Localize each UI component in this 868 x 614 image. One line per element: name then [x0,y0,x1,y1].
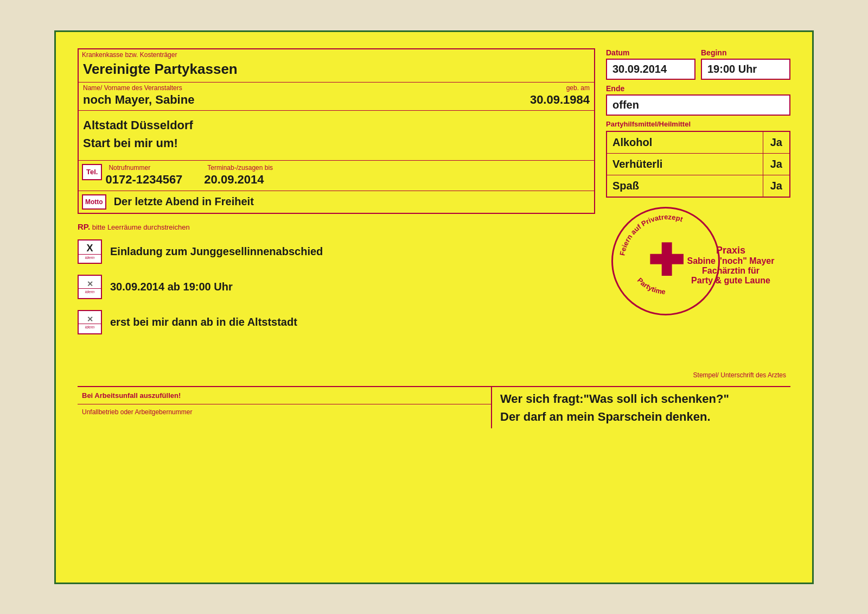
krankenkasse-value: Vereinigte Partykassen [79,59,594,82]
terminab-label: Terminab-/zusagen bis [204,162,276,172]
schenken-line1: Wer sich fragt:"Was soll ich schenken?" [500,390,782,408]
table-row: Verhüterli Ja [607,153,790,175]
checkbox-2: ✕ idem [78,275,102,299]
address-line2: Start bei mir um! [83,134,590,152]
checkbox-idem-2: idem [79,288,101,294]
ende-value: offen [606,94,790,116]
list-item-2: ✕ idem 30.09.2014 ab 19:00 Uhr [78,275,568,299]
lower-left: Bei Arbeitsunfall auszufüllen! Unfallbet… [78,387,492,428]
beginn-label: Beginn [701,48,790,57]
list-text-1: Einladung zum Junggesellinnenabschied [110,245,323,258]
checkbox-1: X idem [78,239,102,264]
ende-block: Ende offen [606,84,790,116]
checkbox-x-3: ✕ [87,315,93,324]
address-line1: Altstadt Düsseldorf [83,116,590,134]
top-section: Krankenkasse bzw. Kostenträger Vereinigt… [78,48,790,214]
praxis-line3: Party & gute Laune [671,276,790,286]
notruf-row: Tel. Notrufnummer 0172-1234567 Terminab-… [79,160,594,191]
lower-flex: Bei Arbeitsunfall auszufüllen! Unfallbet… [78,387,790,428]
partyhilfs-section: Partyhilfsmittel/Heilmittel Alkohol Ja V… [606,120,790,198]
praxis-info: Praxis Sabine "noch" Mayer Fachärztin fü… [671,245,790,286]
checkbox-idem-3: idem [79,324,101,330]
bottom-section: X idem Einladung zum Junggesellinnenabsc… [78,239,790,364]
right-form: Datum 30.09.2014 Beginn 19:00 Uhr Ende o… [606,48,790,214]
geb-label: geb. am [566,84,590,92]
partyhilfs-item-1-name: Alkohol [607,131,763,154]
motto-row: Motto Der letzte Abend in Freiheit [79,191,594,213]
checkbox-x-2: ✕ [87,280,93,288]
partyhilfs-label: Partyhilfsmittel/Heilmittel [606,120,790,128]
beginn-block: Beginn 19:00 Uhr [701,48,790,80]
partyhilfs-item-3-ja: Ja [763,175,790,197]
stamp-cross: ✚ [648,239,684,283]
krankenkasse-field: Krankenkasse bzw. Kostenträger Vereinigt… [79,49,594,83]
datum-block: Datum 30.09.2014 [606,48,695,80]
ende-label: Ende [606,84,790,93]
stempel-label-area: Stempel/ Unterschrift des Arztes [689,370,790,381]
list-item-3: ✕ idem erst bei mir dann ab in die Altst… [78,310,568,334]
rp-bold: RP. [78,222,90,231]
notruf-label: Notrufnummer [105,162,182,172]
datum-beginn-row: Datum 30.09.2014 Beginn 19:00 Uhr [606,48,790,80]
list-text-2: 30.09.2014 ab 19:00 Uhr [110,281,233,293]
motto-label: Motto [82,194,106,210]
address-block: Altstadt Düsseldorf Start bei mir um! [79,111,594,160]
card: Krankenkasse bzw. Kostenträger Vereinigt… [54,30,814,584]
praxis-line1: Sabine "noch" Mayer [671,256,790,266]
name-field: Name/ Vorname des Veranstalters geb. am … [79,83,594,111]
praxis-title: Praxis [671,245,790,256]
list-text-3: erst bei mir dann ab in die Altststadt [110,316,297,328]
checkbox-3: ✕ idem [78,310,102,334]
table-row: Spaß Ja [607,175,790,197]
arbeitsunfall-label: Bei Arbeitsunfall auszufüllen! [78,390,491,401]
bottom-right: Feiern auf Privatrezept Partytime ✚ [584,239,790,364]
datum-value: 30.09.2014 [606,59,695,80]
unfallbetrieb-label: Unfallbetrieb oder Arbeitgebernummer [78,407,491,417]
beginn-value: 19:00 Uhr [701,59,790,80]
partyhilfs-item-1-ja: Ja [763,131,790,154]
name-value: noch Mayer, Sabine [83,93,194,107]
geb-value: 30.09.1984 [530,93,590,107]
partyhilfs-item-3-name: Spaß [607,175,763,197]
terminab-value: 20.09.2014 [204,172,276,189]
lower-right: Wer sich fragt:"Was soll ich schenken?" … [492,387,790,428]
partyhilfs-item-2-ja: Ja [763,153,790,175]
krankenkasse-label: Krankenkasse bzw. Kostenträger [79,49,594,59]
lower-section: Bei Arbeitsunfall auszufüllen! Unfallbet… [78,386,790,428]
checkbox-idem-1: idem [79,254,101,260]
table-row: Alkohol Ja [607,131,790,154]
motto-value: Der letzte Abend in Freiheit [110,193,258,210]
bottom-left: X idem Einladung zum Junggesellinnenabsc… [78,239,568,364]
checkbox-x-1: X [86,243,93,254]
praxis-line2: Fachärztin für [671,266,790,276]
rp-subtext: bitte Leerräume durchstreichen [92,223,190,231]
schenken-line2: Der darf an mein Sparschein denken. [500,408,782,426]
partyhilfs-table: Alkohol Ja Verhüterli Ja Spaß Ja [606,131,790,198]
datum-label: Datum [606,48,695,57]
tel-label: Tel. [82,164,102,180]
list-item-1: X idem Einladung zum Junggesellinnenabsc… [78,239,568,264]
page-wrapper: Krankenkasse bzw. Kostenträger Vereinigt… [0,0,868,614]
notruf-section: Notrufnummer 0172-1234567 Terminab-/zusa… [105,161,594,191]
notruf-value: 0172-1234567 [105,172,182,189]
left-form: Krankenkasse bzw. Kostenträger Vereinigt… [78,48,595,214]
name-label: Name/ Vorname des Veranstalters [83,84,182,92]
stempel-label: Stempel/ Unterschrift des Arztes [689,370,790,381]
partyhilfs-item-2-name: Verhüterli [607,153,763,175]
